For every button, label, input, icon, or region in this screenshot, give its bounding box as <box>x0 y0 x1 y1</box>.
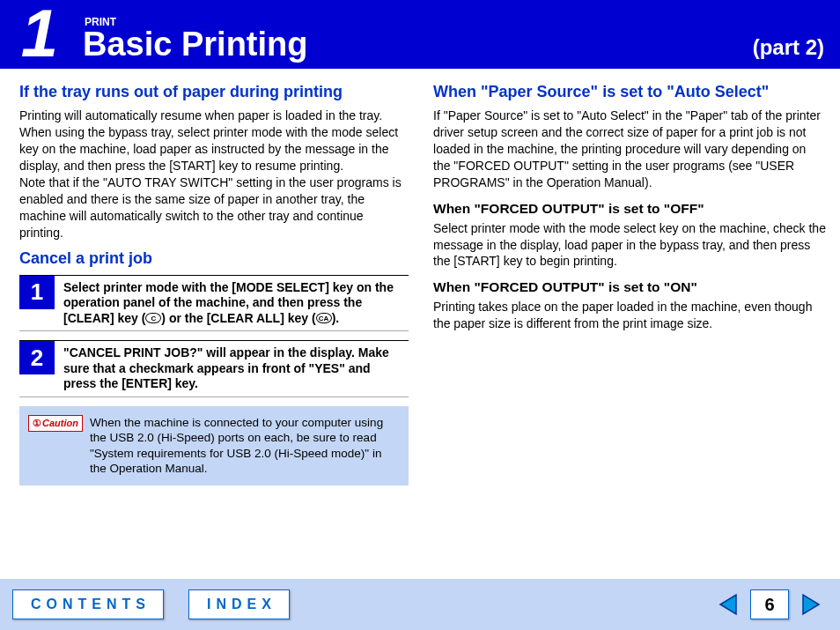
step-1-text-b: ) or the [CLEAR ALL] key ( <box>161 311 315 325</box>
step-1-text-c: ). <box>332 311 340 325</box>
heading-tray-runout: If the tray runs out of paper during pri… <box>19 81 409 102</box>
page-header: 1 PRINT Basic Printing (part 2) <box>0 0 840 69</box>
paragraph-forced-off: Select printer mode with the mode select… <box>433 220 826 271</box>
footer-nav: CONTENTS INDEX 6 <box>0 579 840 630</box>
chapter-number: 1 <box>0 0 79 67</box>
index-button[interactable]: INDEX <box>188 589 290 619</box>
heading-forced-on: When "FORCED OUTPUT" is set to "ON" <box>433 278 826 297</box>
part-label: (part 2) <box>753 35 824 60</box>
clear-key-icon: C <box>145 313 161 323</box>
caution-text: When the machine is connected to your co… <box>90 415 400 477</box>
heading-auto-select: When "Paper Source" is set to "Auto Sele… <box>433 81 826 102</box>
paragraph-tray-runout: Printing will automatically resume when … <box>19 107 409 241</box>
heading-cancel-job: Cancel a print job <box>19 248 409 269</box>
prev-page-button[interactable] <box>711 589 745 619</box>
next-page-button[interactable] <box>794 589 828 619</box>
caution-label: Caution <box>28 415 83 432</box>
arrow-left-icon <box>717 593 740 616</box>
svg-marker-1 <box>803 595 819 614</box>
caution-box: Caution When the machine is connected to… <box>19 406 409 485</box>
page-title: Basic Printing <box>83 26 753 63</box>
contents-button[interactable]: CONTENTS <box>12 589 164 619</box>
arrow-right-icon <box>799 593 822 616</box>
svg-marker-0 <box>720 595 736 614</box>
content-area: If the tray runs out of paper during pri… <box>0 69 840 485</box>
step-number-1: 1 <box>19 276 55 309</box>
paragraph-auto-select: If "Paper Source" is set to "Auto Select… <box>433 107 826 190</box>
step-2: 2 "CANCEL PRINT JOB?" will appear in the… <box>19 340 409 397</box>
right-column: When "Paper Source" is set to "Auto Sele… <box>423 78 826 485</box>
step-2-text: "CANCEL PRINT JOB?" will appear in the d… <box>55 341 409 397</box>
clear-all-key-icon: CA <box>316 313 332 323</box>
page-number: 6 <box>750 589 789 619</box>
paragraph-forced-on: Printing takes place on the paper loaded… <box>433 299 826 332</box>
step-number-2: 2 <box>19 341 55 374</box>
heading-forced-off: When "FORCED OUTPUT" is set to "OFF" <box>433 200 826 219</box>
step-1: 1 Select printer mode with the [MODE SEL… <box>19 275 409 332</box>
step-1-text: Select printer mode with the [MODE SELEC… <box>55 276 409 331</box>
left-column: If the tray runs out of paper during pri… <box>19 78 423 485</box>
title-stack: PRINT Basic Printing <box>79 16 753 63</box>
